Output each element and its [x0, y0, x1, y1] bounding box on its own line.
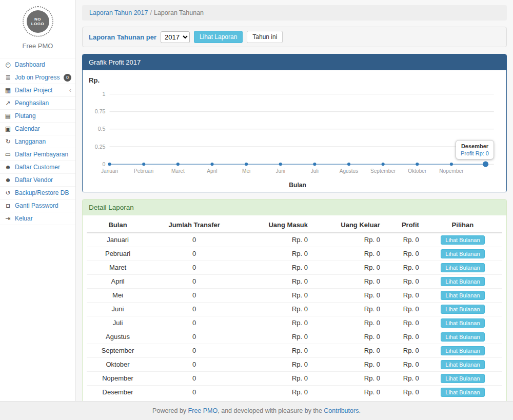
- cell-jumlah: 0: [149, 371, 240, 385]
- svg-text:0.25: 0.25: [95, 144, 106, 150]
- table-row: Oktober0Rp. 0Rp. 0Rp. 0Lihat Bulanan: [87, 357, 502, 371]
- svg-text:1: 1: [103, 91, 106, 97]
- money-icon: ▤: [4, 112, 12, 120]
- lihat-bulanan-button[interactable]: Lihat Bulanan: [441, 277, 484, 286]
- sidebar-menu: ◴Dashboard≣Job on Progress0▦Daftar Proje…: [0, 58, 75, 225]
- sidebar-item-langganan[interactable]: ↻Langganan: [0, 135, 75, 148]
- chevron-left-icon: ‹: [69, 86, 71, 94]
- cell-bulan: September: [87, 344, 149, 357]
- cell-pilihan: Lihat Bulanan: [423, 302, 502, 316]
- footer-brand-link[interactable]: Free PMO: [188, 407, 218, 414]
- footer-contributors-link[interactable]: Contributors: [324, 407, 359, 414]
- footer-text-middle: , and developed with pleasure by the: [218, 407, 324, 414]
- tasks-icon: ≣: [4, 73, 12, 82]
- lihat-bulanan-button[interactable]: Lihat Bulanan: [441, 388, 484, 397]
- sidebar-item-daftar-vendor[interactable]: ☻Daftar Vendor: [0, 173, 75, 186]
- breadcrumb-separator: /: [150, 9, 151, 16]
- sidebar-item-dashboard[interactable]: ◴Dashboard: [0, 58, 75, 71]
- cell-bulan: Juni: [87, 302, 149, 316]
- cell-jumlah: 0: [149, 261, 240, 274]
- cell-keluar: Rp. 0: [312, 371, 384, 385]
- sidebar-item-label: Daftar Pembayaran: [15, 150, 68, 158]
- cell-masuk: Rp. 0: [240, 330, 312, 344]
- chart-panel: Grafik Profit 2017 Rp.00.250.50.751Janua…: [82, 54, 507, 192]
- cell-keluar: Rp. 0: [312, 247, 384, 261]
- lihat-bulanan-button[interactable]: Lihat Bulanan: [441, 263, 484, 272]
- cell-bulan: Mei: [87, 288, 149, 302]
- cell-keluar: Rp. 0: [312, 274, 384, 288]
- lihat-bulanan-button[interactable]: Lihat Bulanan: [441, 249, 484, 258]
- cell-jumlah: 0: [149, 344, 240, 357]
- cell-pilihan: Lihat Bulanan: [423, 261, 502, 274]
- lihat-bulanan-button[interactable]: Lihat Bulanan: [441, 291, 484, 300]
- cell-keluar: Rp. 0: [312, 261, 384, 274]
- cell-bulan: Maret: [87, 261, 149, 274]
- sidebar-item-daftar-project[interactable]: ▦Daftar Project‹: [0, 84, 75, 96]
- sidebar-item-label: Keluar: [15, 214, 33, 223]
- cell-masuk: Rp. 0: [240, 302, 312, 316]
- cell-jumlah: 0: [149, 385, 240, 399]
- sidebar-item-ganti-password[interactable]: ◘Ganti Password: [0, 199, 75, 212]
- cell-keluar: Rp. 0: [312, 302, 384, 316]
- sidebar-item-backup-restore-db[interactable]: ↺Backup/Restore DB: [0, 186, 75, 199]
- header-uang-masuk: Uang Masuk: [240, 217, 312, 233]
- cell-pilihan: Lihat Bulanan: [423, 316, 502, 330]
- svg-text:Nopember: Nopember: [439, 168, 464, 174]
- sidebar-item-label: Penghasilan: [15, 99, 49, 107]
- footer: Powered by Free PMO, and developed with …: [0, 401, 513, 420]
- header-bulan: Bulan: [87, 217, 149, 233]
- lihat-bulanan-button[interactable]: Lihat Bulanan: [441, 332, 484, 342]
- cell-keluar: Rp. 0: [312, 357, 384, 371]
- cell-keluar: Rp. 0: [312, 316, 384, 330]
- lihat-bulanan-button[interactable]: Lihat Bulanan: [441, 360, 484, 369]
- lihat-laporan-button[interactable]: Lihat Laporan: [194, 31, 243, 43]
- table-row: Juni0Rp. 0Rp. 0Rp. 0Lihat Bulanan: [87, 302, 502, 316]
- tahun-ini-button[interactable]: Tahun ini: [247, 31, 283, 43]
- footer-text-prefix: Powered by: [152, 407, 188, 414]
- cell-keluar: Rp. 0: [312, 344, 384, 357]
- header-jumlah-transfer: Jumlah Transfer: [149, 217, 240, 233]
- sidebar-item-keluar[interactable]: ⇥Keluar: [0, 212, 75, 225]
- calendar-icon: ▣: [4, 125, 12, 133]
- cell-pilihan: Lihat Bulanan: [423, 233, 502, 247]
- svg-text:Mei: Mei: [242, 168, 250, 174]
- breadcrumb-link[interactable]: Laporan Tahun 2017: [89, 9, 148, 16]
- sidebar-item-calendar[interactable]: ▣Calendar: [0, 122, 75, 135]
- svg-text:April: April: [207, 168, 217, 174]
- header-profit: Profit: [384, 217, 423, 233]
- logo-stamp-icon: NO LOGO: [23, 6, 53, 37]
- svg-text:Januari: Januari: [101, 168, 118, 174]
- sidebar-item-daftar-pembayaran[interactable]: ▭Daftar Pembayaran: [0, 148, 75, 161]
- lihat-bulanan-button[interactable]: Lihat Bulanan: [441, 374, 484, 383]
- lihat-bulanan-button[interactable]: Lihat Bulanan: [441, 318, 484, 328]
- cell-bulan: Juli: [87, 316, 149, 330]
- svg-text:Juni: Juni: [275, 168, 285, 174]
- credit-card-icon: ▭: [4, 150, 12, 158]
- chart-panel-title: Grafik Profit 2017: [83, 54, 506, 70]
- profit-line-chart[interactable]: Rp.00.250.50.751JanuariPebruariMaretApri…: [86, 74, 503, 190]
- cell-pilihan: Lihat Bulanan: [423, 357, 502, 371]
- lihat-bulanan-button[interactable]: Lihat Bulanan: [441, 305, 484, 314]
- sidebar-item-job-on-progress[interactable]: ≣Job on Progress0: [0, 71, 75, 84]
- cell-pilihan: Lihat Bulanan: [423, 385, 502, 399]
- table-row: Mei0Rp. 0Rp. 0Rp. 0Lihat Bulanan: [87, 288, 502, 302]
- cell-bulan: April: [87, 274, 149, 288]
- lihat-bulanan-button[interactable]: Lihat Bulanan: [441, 235, 484, 245]
- filter-bar: Laporan Tahunan per 2017 Lihat Laporan T…: [82, 27, 507, 47]
- sidebar-item-daftar-customer[interactable]: ☻Daftar Customer: [0, 161, 75, 173]
- chart-tooltip-month: Desember: [461, 143, 489, 149]
- repeat-icon: ↻: [4, 137, 12, 146]
- sidebar-item-penghasilan[interactable]: ↗Penghasilan: [0, 96, 75, 109]
- cell-pilihan: Lihat Bulanan: [423, 344, 502, 357]
- lihat-bulanan-button[interactable]: Lihat Bulanan: [441, 346, 484, 355]
- sidebar-item-label: Dashboard: [15, 61, 45, 69]
- year-select[interactable]: 2017: [161, 31, 190, 43]
- cell-keluar: Rp. 0: [312, 330, 384, 344]
- brand-name: Free PMO: [4, 42, 71, 50]
- table-icon: ▦: [4, 86, 12, 94]
- chart-tooltip-value: Profit Rp: 0: [461, 150, 489, 156]
- table-header-row: Bulan Jumlah Transfer Uang Masuk Uang Ke…: [87, 217, 502, 233]
- sidebar-item-label: Langganan: [15, 137, 46, 146]
- cell-profit: Rp. 0: [384, 385, 423, 399]
- sidebar-item-piutang[interactable]: ▤Piutang: [0, 109, 75, 122]
